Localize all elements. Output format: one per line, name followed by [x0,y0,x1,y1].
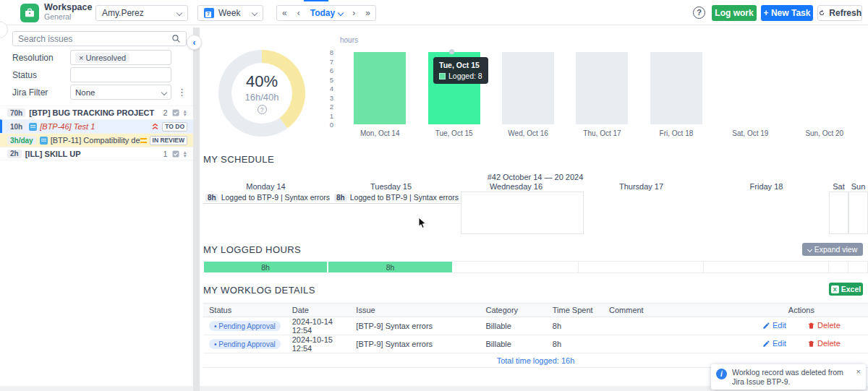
progress-donut-chart: 40% 16h/40h ? [218,50,305,137]
day-header: Tuesday 15 [328,182,454,191]
schedule-cell-friday[interactable] [706,192,829,234]
workspace-title: Workspace [44,3,92,12]
y-tick: 0 [313,121,333,129]
issue-row-btp-11[interactable]: 3h/day [BTP-11] Compatibility defects IN… [0,133,193,147]
logged-hours-segment[interactable] [579,261,704,273]
jira-filter-value: None [75,88,95,97]
jira-filter-select[interactable]: None [70,85,171,100]
day-bar[interactable] [502,52,554,124]
issue-row-project-btp[interactable]: 70h [BTP] BUG TRACKING PROJECT 2 ▲▼ [0,106,193,119]
priority-highest-icon [151,123,159,130]
info-icon: i [716,369,727,379]
delete-button[interactable]: Delete [807,339,841,348]
resolution-field[interactable]: × Unresolved [70,50,171,65]
panel-divider[interactable] [193,27,200,391]
trash-icon [807,340,815,348]
refresh-label: Refresh [829,8,861,18]
task-type-icon [40,137,48,145]
schedule-cell-saturday[interactable] [829,192,848,234]
close-icon[interactable]: × [856,368,861,375]
toast-notification: i Worklog record was deleted from Jira I… [711,364,866,390]
schedule-title: MY SCHEDULE [203,154,274,165]
y-tick: 7 [313,58,333,66]
day-bar[interactable] [576,52,628,124]
y-tick: 6 [313,66,333,74]
period-select[interactable]: 7 Week [197,5,263,21]
nav-first-button[interactable]: « [277,6,292,20]
tooltip-value: Logged: 8 [448,72,482,80]
user-select[interactable]: Amy.Perez [95,5,188,21]
more-menu-icon[interactable]: ⋮ [177,87,187,98]
y-tick: 3 [313,94,333,102]
worklog-entry[interactable]: 8h Logged to BTP-9 | Syntax errors [203,192,332,204]
search-box[interactable] [12,31,187,46]
x-tick-label: Tue, Oct 15 [435,129,473,137]
user-select-value: Amy.Perez [102,8,144,18]
nav-next-button[interactable]: › [347,6,360,20]
y-tick: 8 [313,48,333,56]
issue-label: [ILL] SKILL UP [25,150,160,158]
workspace-switcher[interactable]: Workspace General [44,3,92,22]
status-badge: IN REVIEW [150,136,187,145]
logged-hours-segment[interactable]: 8h [328,261,454,273]
table-header-row: Status Date Issue Category Time Spent Co… [203,304,868,317]
help-icon[interactable]: ? [693,7,705,19]
issue-row-project-ill[interactable]: 2h [ILL] SKILL UP 1 ▲▼ [0,147,193,160]
checkbox-icon[interactable] [171,108,180,117]
schedule-cell-sunday[interactable] [848,192,868,234]
export-excel-button[interactable]: X Excel [829,283,863,296]
day-header: Sat [829,182,848,191]
sort-handle-icon[interactable]: ▲▼ [183,150,187,158]
nav-last-button[interactable]: » [360,6,375,20]
schedule-cell-thursday[interactable] [584,192,707,234]
resolution-chip[interactable]: × Unresolved [75,53,129,63]
x-tick-label: Fri, Oct 18 [660,129,694,137]
today-caret-icon[interactable] [337,6,347,20]
date-navigation: « ‹ Today › » [276,5,376,21]
status-field[interactable] [70,67,171,82]
task-type-icon [29,123,37,131]
issue-row-btp-46[interactable]: 10h [BTP-46] Test 1 TO DO [0,119,193,133]
time-estimate-chip: 70h [7,108,25,117]
chart-tooltip: Tue, Oct 15 Logged: 8 [433,57,488,84]
day-bar[interactable] [650,52,702,124]
sort-handle-icon[interactable]: ▲▼ [183,109,187,116]
checkbox-icon[interactable] [171,150,180,158]
chevron-down-icon [807,246,812,252]
log-work-button[interactable]: Log work [712,5,757,21]
edit-button[interactable]: Edit [762,321,786,330]
edit-button[interactable]: Edit [762,339,786,348]
search-input[interactable] [18,34,171,44]
logged-hours-segment[interactable]: 8h [203,261,328,273]
x-tick-label: Sat, Oct 19 [732,129,768,137]
schedule-cell-monday[interactable]: 8h Logged to BTP-9 | Syntax errors [203,192,332,234]
refresh-button[interactable]: Refresh [817,5,862,21]
status-label: Status [12,70,37,80]
nav-prev-button[interactable]: ‹ [292,6,305,20]
new-task-button[interactable]: + New Task [761,5,813,21]
y-tick: 2 [313,103,333,111]
donut-help-icon[interactable]: ? [258,105,267,114]
y-tick: 1 [313,112,333,120]
worklog-entry[interactable]: 8h Logged to BTP-9 | Syntax errors [332,192,461,204]
schedule-cell-wednesday-today[interactable] [461,192,584,234]
toast-message: Worklog record was deleted from Jira Iss… [732,368,850,386]
expand-view-button[interactable]: Expand view [802,243,863,256]
chevron-down-icon [161,89,167,95]
logged-hours-segment[interactable] [454,261,579,273]
schedule-cell-tuesday[interactable]: 8h Logged to BTP-9 | Syntax errors [332,192,461,234]
logged-hours-segment[interactable] [848,261,868,273]
x-axis-labels: Mon, Oct 14Tue, Oct 15Wed, Oct 16Thu, Oc… [343,129,861,137]
x-tick-label: Wed, Oct 16 [508,129,548,137]
y-tick: 4 [313,85,333,93]
delete-button[interactable]: Delete [807,321,841,330]
logged-hours-segment[interactable] [829,261,848,273]
today-button[interactable]: Today [305,6,337,20]
x-tick-label: Sun, Oct 20 [805,129,843,137]
sidebar-collapse-button[interactable]: ‹ [187,35,202,50]
workspace-app-icon[interactable] [20,4,39,22]
logged-hours-segment[interactable] [704,261,829,273]
issue-count: 2 [163,108,167,117]
day-bar[interactable] [354,52,406,124]
jira-filter-label: Jira Filter [12,87,48,98]
